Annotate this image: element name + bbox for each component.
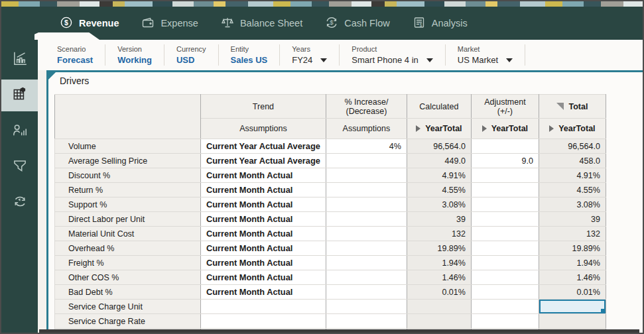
pov-value-years-dropdown[interactable]: FY24	[292, 55, 327, 65]
pct-increase-cell[interactable]	[326, 285, 407, 300]
subheader-yeartotal-adjustment[interactable]: YearTotal	[471, 119, 539, 139]
total-cell[interactable]: 19.89%	[539, 241, 606, 256]
calculated-cell[interactable]: 1.94%	[407, 256, 471, 270]
pov-value-market-dropdown[interactable]: US Market	[458, 55, 513, 65]
pct-increase-cell[interactable]	[326, 241, 407, 256]
calculated-cell[interactable]: 3.08%	[407, 197, 471, 212]
total-cell[interactable]: 458.0	[539, 154, 606, 168]
row-header-cell[interactable]: Other COS %	[55, 270, 201, 285]
calculated-cell[interactable]: 96,564.0	[407, 139, 471, 154]
calculated-cell[interactable]: 39	[407, 212, 471, 227]
row-header-cell[interactable]: Service Charge Rate	[55, 314, 201, 329]
subheader-assumptions-trend[interactable]: Assumptions	[201, 119, 326, 139]
calculated-cell[interactable]: 132	[407, 227, 471, 241]
adjustment-cell[interactable]	[471, 285, 539, 300]
adjustment-cell[interactable]	[471, 168, 539, 183]
adjustment-cell[interactable]	[471, 314, 539, 329]
sidebar-item-process[interactable]	[1, 187, 38, 219]
horizontal-scrollbar[interactable]	[39, 329, 639, 333]
col-header-pct-increase[interactable]: % Increase/(Decrease)	[326, 95, 407, 119]
trend-cell[interactable]: Current Month Actual	[201, 285, 326, 300]
total-cell[interactable]: 4.91%	[539, 168, 606, 183]
adjustment-cell[interactable]	[471, 300, 539, 314]
calculated-cell[interactable]: 19.89%	[407, 241, 471, 256]
row-header-cell[interactable]: Volume	[55, 139, 201, 154]
tab-analysis[interactable]: $ Analysis	[413, 16, 468, 31]
pov-value-currency[interactable]: USD	[176, 55, 194, 65]
calculated-cell[interactable]: 4.55%	[407, 183, 471, 197]
row-header-cell[interactable]: Average Selling Price	[55, 154, 201, 168]
adjustment-cell[interactable]	[471, 241, 539, 256]
col-header-trend[interactable]: Trend	[201, 95, 326, 119]
pov-value-version[interactable]: Working	[117, 55, 152, 65]
total-cell[interactable]: 4.55%	[539, 183, 606, 197]
sidebar-item-dashboards[interactable]	[1, 44, 38, 76]
pct-increase-cell[interactable]	[326, 270, 407, 285]
total-cell[interactable]: 96,564.0	[539, 139, 606, 154]
pov-value-scenario[interactable]: Forecast	[57, 55, 93, 65]
pct-increase-cell[interactable]	[326, 212, 407, 227]
total-cell[interactable]	[539, 300, 606, 314]
total-cell[interactable]: 39	[539, 212, 606, 227]
pct-increase-cell[interactable]	[326, 256, 407, 270]
trend-cell[interactable]: Current Month Actual	[201, 227, 326, 241]
pov-value-product-dropdown[interactable]: Smart Phone 4 in	[352, 55, 432, 65]
row-header-cell[interactable]: Freight %	[55, 256, 201, 270]
pov-value-entity[interactable]: Sales US	[231, 55, 268, 65]
adjustment-cell[interactable]	[471, 256, 539, 270]
col-header-adjustment[interactable]: Adjustment(+/-)	[471, 95, 539, 119]
pct-increase-cell[interactable]	[326, 154, 407, 168]
col-header-calculated[interactable]: Calculated	[407, 95, 471, 119]
trend-cell[interactable]: Current Month Actual	[201, 168, 326, 183]
calculated-cell[interactable]	[407, 314, 471, 329]
pct-increase-cell[interactable]	[326, 168, 407, 183]
calculated-cell[interactable]: 1.46%	[407, 270, 471, 285]
calculated-cell[interactable]	[407, 300, 471, 314]
adjustment-cell[interactable]	[471, 183, 539, 197]
trend-cell[interactable]: Current Month Actual	[201, 212, 326, 227]
expand-icon[interactable]	[416, 125, 420, 132]
pct-increase-cell[interactable]	[326, 314, 407, 329]
calculated-cell[interactable]: 4.91%	[407, 168, 471, 183]
trend-cell[interactable]: Current Month Actual	[201, 197, 326, 212]
row-header-cell[interactable]: Return %	[55, 183, 201, 197]
total-cell[interactable]: 0.01%	[539, 285, 606, 300]
trend-cell[interactable]	[201, 314, 326, 329]
subheader-assumptions-pct[interactable]: Assumptions	[326, 119, 407, 139]
trend-cell[interactable]: Current Month Actual	[201, 183, 326, 197]
pct-increase-cell[interactable]	[326, 183, 407, 197]
adjustment-cell[interactable]	[471, 212, 539, 227]
calculated-cell[interactable]: 449.0	[407, 154, 471, 168]
total-cell[interactable]: 3.08%	[539, 197, 606, 212]
selection-handle[interactable]	[601, 309, 605, 313]
expand-icon[interactable]	[482, 125, 487, 132]
row-header-cell[interactable]: Bad Debt %	[55, 285, 201, 300]
trend-cell[interactable]: Current Month Actual	[201, 270, 326, 285]
row-header-cell[interactable]: Support %	[55, 197, 201, 212]
expand-icon[interactable]	[549, 125, 554, 132]
row-header-cell[interactable]: Overhead %	[55, 241, 201, 256]
pct-increase-cell[interactable]	[326, 227, 407, 241]
row-header-cell[interactable]: Direct Labor per Unit	[55, 212, 201, 227]
subheader-yeartotal-total[interactable]: YearTotal	[539, 119, 606, 139]
total-cell[interactable]: 1.94%	[539, 256, 606, 270]
pct-increase-cell[interactable]: 4%	[326, 139, 407, 154]
pct-increase-cell[interactable]	[326, 300, 407, 314]
trend-cell[interactable]: Current Year Actual Average	[201, 139, 326, 154]
trend-cell[interactable]	[201, 300, 326, 314]
row-header-cell[interactable]: Material Unit Cost	[55, 227, 201, 241]
row-header-cell[interactable]: Service Charge Unit	[55, 300, 201, 314]
total-cell[interactable]	[539, 314, 606, 329]
total-cell[interactable]: 1.46%	[539, 270, 606, 285]
trend-cell[interactable]: Current Year Actual Average	[201, 154, 326, 168]
adjustment-cell[interactable]	[471, 197, 539, 212]
row-header-cell[interactable]: Discount %	[55, 168, 201, 183]
adjustment-cell[interactable]	[471, 227, 539, 241]
pct-increase-cell[interactable]	[326, 197, 407, 212]
calculated-cell[interactable]: 0.01%	[407, 285, 471, 300]
trend-cell[interactable]: Current Month Actual	[201, 241, 326, 256]
adjustment-cell[interactable]	[471, 270, 539, 285]
col-header-total[interactable]: Total	[539, 95, 606, 119]
sidebar-item-forms-active[interactable]	[1, 80, 38, 111]
tab-cash-flow[interactable]: $ Cash Flow	[325, 16, 390, 31]
